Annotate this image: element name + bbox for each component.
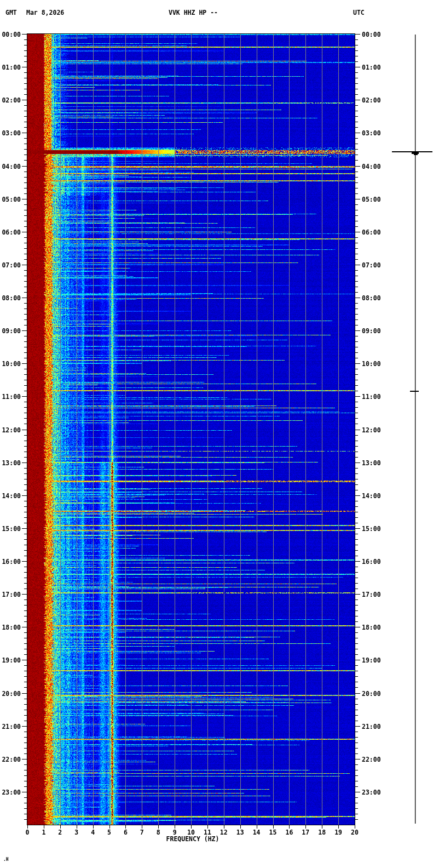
header-date: Mar 8,2026 [26,9,64,16]
x-axis-title: FREQUENCY (HZ) [158,835,227,842]
spectrogram-canvas [0,0,439,868]
header-station-title: VVK HHZ HP -- [169,9,218,16]
header-timezone-left: GMT [5,9,17,16]
header-timezone-right: UTC [353,9,365,16]
footer-mark: .H [3,857,9,862]
spectrogram-page: { "header": { "timezone_left": "GMT", "d… [0,0,439,868]
